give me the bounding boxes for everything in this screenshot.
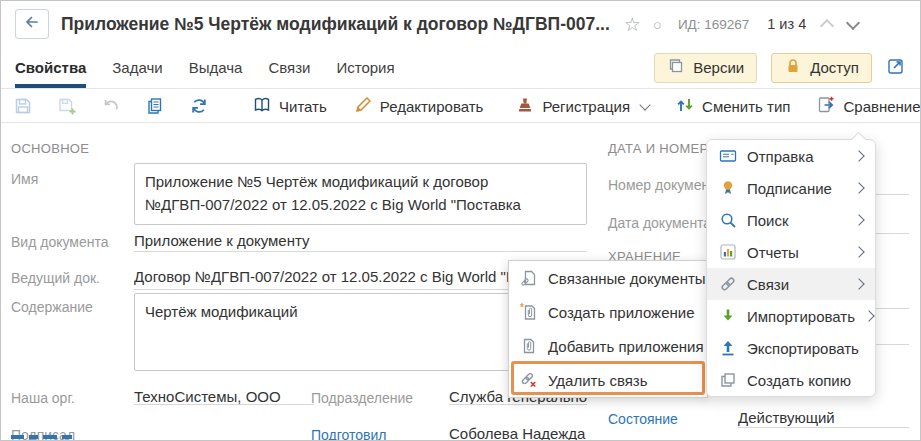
toolbar: Читать Редактировать Регистрация Сменить… xyxy=(1,90,920,123)
document-card-window: Приложение №5 Чертёж модификаций к догов… xyxy=(0,0,921,441)
tab-relations[interactable]: Связи xyxy=(268,47,310,88)
submenu-chevron-icon xyxy=(853,246,864,257)
menu-item-send[interactable]: Отправка xyxy=(707,140,875,172)
submenu-item-create-attachment[interactable]: * Создать приложение xyxy=(509,295,707,329)
header: Приложение №5 Чертёж модификаций к догов… xyxy=(1,1,920,47)
swap-arrows-icon xyxy=(675,95,695,118)
prepared-by-field[interactable]: Соболева Надежда Ни xyxy=(449,425,589,441)
section-main: ОСНОВНОЕ xyxy=(11,141,89,156)
chevron-down-icon xyxy=(639,99,650,110)
save-icon[interactable] xyxy=(13,95,33,117)
svg-text:*: * xyxy=(520,303,524,313)
export-arrow-icon xyxy=(719,339,737,357)
signing-medal-icon xyxy=(719,179,737,197)
reports-chart-icon xyxy=(719,243,737,261)
menu-item-export[interactable]: Экспортировать xyxy=(707,332,875,364)
menu-item-signing[interactable]: Подписание xyxy=(707,172,875,204)
status-circle-icon: ○ xyxy=(653,17,662,32)
send-icon xyxy=(719,147,737,165)
tab-bar: Свойства Задачи Выдача Связи История Вер… xyxy=(1,47,920,89)
next-document-chevron-icon[interactable] xyxy=(846,16,860,30)
add-attachments-icon xyxy=(520,337,538,355)
delete-relation-icon xyxy=(520,371,538,389)
relations-submenu: Связанные документы * Создать приложение… xyxy=(508,260,708,398)
submenu-chevron-icon xyxy=(853,214,864,225)
compare-button[interactable]: Сравнение xyxy=(816,95,921,118)
edit-button[interactable]: Редактировать xyxy=(353,95,484,118)
document-id: ИД: 169267 xyxy=(678,17,749,32)
lock-icon xyxy=(784,57,802,78)
pencil-icon xyxy=(353,95,373,118)
submenu-item-add-attachments[interactable]: Добавить приложения xyxy=(509,329,707,363)
related-documents-icon xyxy=(520,269,538,287)
versions-button[interactable]: Версии xyxy=(654,53,757,83)
back-arrow-icon xyxy=(22,12,42,36)
section-date-number: ДАТА И НОМЕР xyxy=(608,141,708,156)
menu-item-relations[interactable]: Связи xyxy=(707,268,875,300)
submenu-chevron-icon xyxy=(853,278,864,289)
create-copy-icon xyxy=(719,371,737,389)
name-label: Имя xyxy=(11,171,38,187)
chain-link-icon xyxy=(719,275,737,293)
submenu-chevron-icon xyxy=(863,310,874,321)
copy-icon[interactable] xyxy=(145,95,165,117)
our-org-field[interactable]: ТехноСистемы, ООО xyxy=(134,388,314,405)
favorite-star-icon[interactable]: ☆ xyxy=(624,15,641,34)
open-in-new-window-icon[interactable] xyxy=(886,56,906,80)
more-actions-menu: Отправка Подписание Поиск Отчеты xyxy=(706,139,876,397)
menu-item-search[interactable]: Поиск xyxy=(707,204,875,236)
read-button[interactable]: Читать xyxy=(252,95,327,118)
submenu-chevron-icon xyxy=(853,150,864,161)
doc-kind-field[interactable]: Приложение к документу xyxy=(134,232,587,252)
page-title: Приложение №5 Чертёж модификаций к догов… xyxy=(61,14,610,35)
save-and-close-icon[interactable] xyxy=(57,95,77,117)
stamp-icon xyxy=(515,95,535,118)
pager-counter: 1 из 4 xyxy=(767,16,806,32)
name-field[interactable]: Приложение №5 Чертёж модификаций к догов… xyxy=(134,163,587,225)
open-book-icon xyxy=(252,95,272,118)
back-button[interactable] xyxy=(15,9,49,39)
submenu-item-related-documents[interactable]: Связанные документы xyxy=(509,261,707,295)
content-label: Содержание xyxy=(11,299,93,315)
tab-properties[interactable]: Свойства xyxy=(15,47,86,88)
state-field[interactable]: Действующий xyxy=(738,409,909,428)
import-arrow-icon xyxy=(719,307,737,325)
our-org-label: Наша орг. xyxy=(11,390,75,406)
tab-history[interactable]: История xyxy=(336,47,394,88)
access-button[interactable]: Доступ xyxy=(771,53,872,83)
department-label: Подразделение xyxy=(311,390,413,406)
menu-item-reports[interactable]: Отчеты xyxy=(707,236,875,268)
lead-doc-label: Ведущий док. xyxy=(11,270,100,286)
tab-tasks[interactable]: Задачи xyxy=(112,47,162,88)
prev-document-chevron-icon[interactable] xyxy=(820,19,834,33)
compare-documents-icon xyxy=(816,95,836,118)
registration-button[interactable]: Регистрация xyxy=(515,95,649,118)
tab-issuance[interactable]: Выдача xyxy=(189,47,243,88)
clipped-text-fragment xyxy=(11,435,72,439)
change-type-button[interactable]: Сменить тип xyxy=(675,95,790,118)
refresh-icon[interactable] xyxy=(189,95,209,117)
create-attachment-icon: * xyxy=(520,303,538,321)
submenu-item-delete-relation[interactable]: Удалить связь xyxy=(509,363,707,397)
signed-by-field[interactable] xyxy=(134,425,314,441)
doc-kind-label: Вид документа xyxy=(11,234,108,250)
state-label[interactable]: Состояние xyxy=(608,411,678,427)
submenu-chevron-icon xyxy=(853,182,864,193)
prepared-by-label[interactable]: Подготовил xyxy=(311,427,386,441)
undo-icon[interactable] xyxy=(101,95,121,117)
search-icon xyxy=(719,211,737,229)
menu-item-import[interactable]: Импортировать xyxy=(707,300,875,332)
versions-icon xyxy=(667,57,685,78)
menu-item-create-copy[interactable]: Создать копию xyxy=(707,364,875,396)
reg-date-label: Дата документа xyxy=(608,215,711,231)
